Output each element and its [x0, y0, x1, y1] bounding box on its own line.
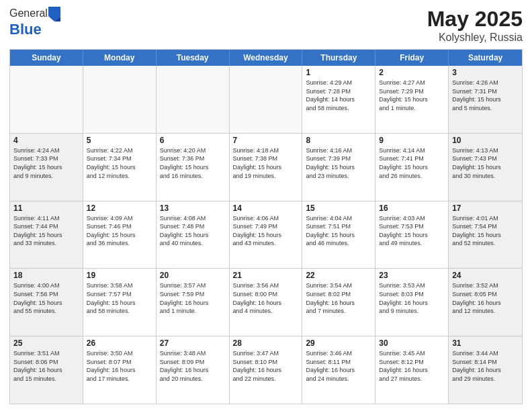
day-info: Sunrise: 4:03 AM Sunset: 7:53 PM Dayligh…	[379, 214, 445, 248]
title-month: May 2025	[427, 7, 523, 32]
day-info: Sunrise: 4:18 AM Sunset: 7:38 PM Dayligh…	[233, 146, 299, 180]
calendar-cell	[230, 66, 303, 133]
day-number: 3	[452, 68, 519, 77]
calendar-cell: 31Sunrise: 3:44 AM Sunset: 8:14 PM Dayli…	[449, 336, 522, 404]
calendar-row: 4Sunrise: 4:24 AM Sunset: 7:33 PM Daylig…	[10, 133, 522, 201]
day-number: 5	[87, 136, 152, 145]
calendar-cell: 22Sunrise: 3:54 AM Sunset: 8:02 PM Dayli…	[302, 269, 375, 336]
day-number: 18	[13, 271, 79, 280]
calendar-header-cell: Tuesday	[157, 50, 230, 66]
logo-icon	[48, 7, 60, 21]
day-info: Sunrise: 3:50 AM Sunset: 8:07 PM Dayligh…	[87, 349, 152, 383]
day-number: 14	[233, 203, 299, 213]
day-number: 10	[452, 136, 519, 145]
calendar-header-cell: Thursday	[302, 50, 375, 66]
day-number: 21	[233, 271, 299, 280]
calendar-header-cell: Friday	[375, 50, 449, 66]
day-number: 1	[306, 68, 371, 77]
calendar-cell: 13Sunrise: 4:08 AM Sunset: 7:48 PM Dayli…	[157, 201, 230, 269]
day-number: 7	[233, 136, 299, 145]
calendar-cell	[157, 66, 230, 133]
day-info: Sunrise: 3:44 AM Sunset: 8:14 PM Dayligh…	[452, 349, 519, 383]
calendar-row: 11Sunrise: 4:11 AM Sunset: 7:44 PM Dayli…	[10, 201, 522, 269]
day-number: 9	[379, 136, 445, 145]
day-info: Sunrise: 3:52 AM Sunset: 8:05 PM Dayligh…	[452, 281, 519, 315]
day-info: Sunrise: 4:29 AM Sunset: 7:28 PM Dayligh…	[306, 79, 371, 112]
logo: General Blue	[9, 7, 61, 38]
day-info: Sunrise: 4:27 AM Sunset: 7:29 PM Dayligh…	[379, 79, 445, 112]
day-info: Sunrise: 4:04 AM Sunset: 7:51 PM Dayligh…	[306, 214, 371, 248]
day-number: 22	[306, 271, 371, 280]
calendar-body: 1Sunrise: 4:29 AM Sunset: 7:28 PM Daylig…	[10, 66, 522, 404]
calendar-cell: 19Sunrise: 3:58 AM Sunset: 7:57 PM Dayli…	[83, 269, 157, 336]
day-info: Sunrise: 3:53 AM Sunset: 8:03 PM Dayligh…	[379, 281, 445, 315]
calendar-row: 25Sunrise: 3:51 AM Sunset: 8:06 PM Dayli…	[10, 336, 522, 404]
calendar-cell: 11Sunrise: 4:11 AM Sunset: 7:44 PM Dayli…	[10, 201, 83, 269]
calendar-cell: 25Sunrise: 3:51 AM Sunset: 8:06 PM Dayli…	[10, 336, 83, 404]
calendar-cell	[83, 66, 157, 133]
calendar-cell: 16Sunrise: 4:03 AM Sunset: 7:53 PM Dayli…	[375, 201, 449, 269]
calendar-cell: 20Sunrise: 3:57 AM Sunset: 7:59 PM Dayli…	[157, 269, 230, 336]
title-block: May 2025 Kolyshley, Russia	[427, 7, 523, 44]
calendar-cell: 5Sunrise: 4:22 AM Sunset: 7:34 PM Daylig…	[83, 134, 157, 201]
day-number: 31	[452, 338, 519, 348]
logo-text: General Blue	[9, 7, 61, 38]
day-number: 12	[87, 203, 152, 213]
day-number: 27	[160, 338, 226, 348]
day-info: Sunrise: 3:58 AM Sunset: 7:57 PM Dayligh…	[87, 281, 152, 315]
calendar-header-cell: Wednesday	[230, 50, 303, 66]
day-info: Sunrise: 3:57 AM Sunset: 7:59 PM Dayligh…	[160, 281, 226, 315]
day-info: Sunrise: 4:09 AM Sunset: 7:46 PM Dayligh…	[87, 214, 152, 248]
calendar-cell: 24Sunrise: 3:52 AM Sunset: 8:05 PM Dayli…	[449, 269, 522, 336]
calendar-cell: 10Sunrise: 4:13 AM Sunset: 7:43 PM Dayli…	[449, 134, 522, 201]
day-number: 29	[306, 338, 371, 348]
day-number: 13	[160, 203, 226, 213]
calendar-cell: 2Sunrise: 4:27 AM Sunset: 7:29 PM Daylig…	[375, 66, 449, 133]
day-info: Sunrise: 4:24 AM Sunset: 7:33 PM Dayligh…	[13, 146, 79, 180]
calendar-cell: 12Sunrise: 4:09 AM Sunset: 7:46 PM Dayli…	[83, 201, 157, 269]
day-number: 26	[87, 338, 152, 348]
day-number: 28	[233, 338, 299, 348]
day-number: 4	[13, 136, 79, 145]
day-number: 24	[452, 271, 519, 280]
calendar-cell: 27Sunrise: 3:48 AM Sunset: 8:09 PM Dayli…	[157, 336, 230, 404]
day-info: Sunrise: 3:48 AM Sunset: 8:09 PM Dayligh…	[160, 349, 226, 383]
day-info: Sunrise: 3:45 AM Sunset: 8:12 PM Dayligh…	[379, 349, 445, 383]
day-info: Sunrise: 4:11 AM Sunset: 7:44 PM Dayligh…	[13, 214, 79, 248]
calendar: SundayMondayTuesdayWednesdayThursdayFrid…	[9, 49, 523, 404]
day-number: 30	[379, 338, 445, 348]
calendar-cell: 8Sunrise: 4:16 AM Sunset: 7:39 PM Daylig…	[302, 134, 375, 201]
calendar-cell: 1Sunrise: 4:29 AM Sunset: 7:28 PM Daylig…	[302, 66, 375, 133]
day-info: Sunrise: 4:14 AM Sunset: 7:41 PM Dayligh…	[379, 146, 445, 180]
calendar-cell: 3Sunrise: 4:26 AM Sunset: 7:31 PM Daylig…	[449, 66, 522, 133]
calendar-cell: 28Sunrise: 3:47 AM Sunset: 8:10 PM Dayli…	[230, 336, 303, 404]
day-info: Sunrise: 4:13 AM Sunset: 7:43 PM Dayligh…	[452, 146, 519, 180]
calendar-cell: 17Sunrise: 4:01 AM Sunset: 7:54 PM Dayli…	[449, 201, 522, 269]
day-info: Sunrise: 4:22 AM Sunset: 7:34 PM Dayligh…	[87, 146, 152, 180]
page: General Blue May 2025 Kolyshley, Russia …	[0, 0, 532, 411]
day-number: 25	[13, 338, 79, 348]
day-number: 19	[87, 271, 152, 280]
calendar-header: SundayMondayTuesdayWednesdayThursdayFrid…	[10, 50, 522, 66]
day-info: Sunrise: 4:01 AM Sunset: 7:54 PM Dayligh…	[452, 214, 519, 248]
calendar-cell: 18Sunrise: 4:00 AM Sunset: 7:56 PM Dayli…	[10, 269, 83, 336]
calendar-cell: 23Sunrise: 3:53 AM Sunset: 8:03 PM Dayli…	[375, 269, 449, 336]
calendar-row: 18Sunrise: 4:00 AM Sunset: 7:56 PM Dayli…	[10, 268, 522, 336]
day-number: 17	[452, 203, 519, 213]
calendar-cell: 14Sunrise: 4:06 AM Sunset: 7:49 PM Dayli…	[230, 201, 303, 269]
calendar-cell: 9Sunrise: 4:14 AM Sunset: 7:41 PM Daylig…	[375, 134, 449, 201]
day-info: Sunrise: 4:06 AM Sunset: 7:49 PM Dayligh…	[233, 214, 299, 248]
day-info: Sunrise: 4:16 AM Sunset: 7:39 PM Dayligh…	[306, 146, 371, 180]
logo-blue: Blue	[9, 21, 42, 38]
calendar-row: 1Sunrise: 4:29 AM Sunset: 7:28 PM Daylig…	[10, 66, 522, 133]
header: General Blue May 2025 Kolyshley, Russia	[9, 7, 523, 44]
day-info: Sunrise: 4:26 AM Sunset: 7:31 PM Dayligh…	[452, 79, 519, 112]
calendar-header-cell: Saturday	[449, 50, 522, 66]
calendar-cell: 29Sunrise: 3:46 AM Sunset: 8:11 PM Dayli…	[302, 336, 375, 404]
calendar-cell: 4Sunrise: 4:24 AM Sunset: 7:33 PM Daylig…	[10, 134, 83, 201]
day-info: Sunrise: 4:08 AM Sunset: 7:48 PM Dayligh…	[160, 214, 226, 248]
calendar-cell: 26Sunrise: 3:50 AM Sunset: 8:07 PM Dayli…	[83, 336, 157, 404]
day-number: 8	[306, 136, 371, 145]
day-number: 6	[160, 136, 226, 145]
day-number: 11	[13, 203, 79, 213]
